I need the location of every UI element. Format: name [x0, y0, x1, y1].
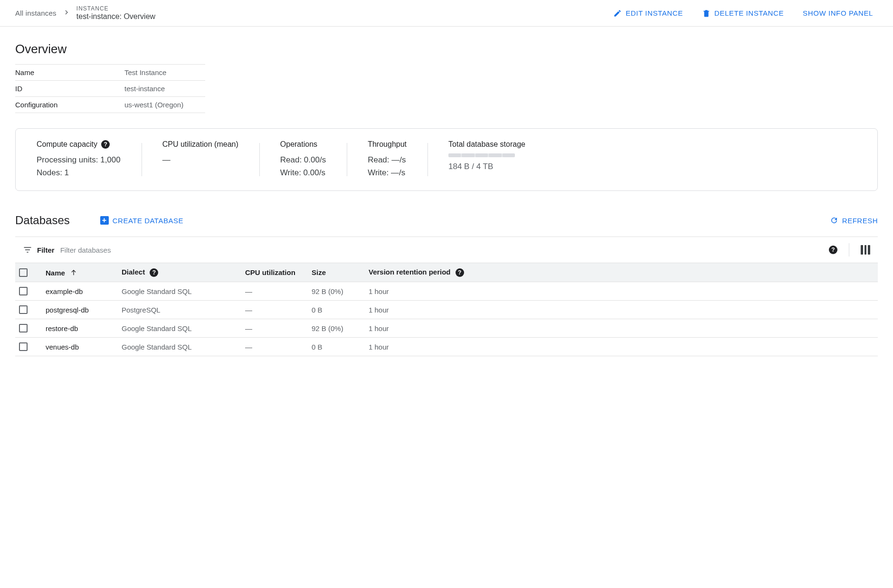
db-name[interactable]: example-db [42, 282, 118, 301]
db-cpu: — [241, 319, 308, 338]
stat-compute-capacity: Compute capacity ? Processing units: 1,0… [16, 140, 142, 179]
overview-id-label: ID [15, 81, 124, 97]
stat-thr-title: Throughput [368, 140, 407, 149]
db-dialect: PostgreSQL [118, 301, 241, 319]
col-name[interactable]: Name [42, 263, 118, 282]
edit-instance-label: EDIT INSTANCE [626, 9, 683, 17]
refresh-icon [830, 216, 838, 225]
top-bar: All instances INSTANCE test-instance: Ov… [0, 0, 893, 27]
stat-ops-read: Read: 0.00/s [280, 153, 326, 166]
db-name[interactable]: restore-db [42, 319, 118, 338]
stat-nodes: Nodes: 1 [37, 166, 121, 179]
db-name[interactable]: postgresql-db [42, 301, 118, 319]
storage-bar [448, 153, 515, 157]
separator [849, 243, 849, 256]
column-picker-icon[interactable] [861, 245, 870, 255]
databases-header: Databases + CREATE DATABASE REFRESH [15, 214, 878, 227]
db-dialect: Google Standard SQL [118, 282, 241, 301]
breadcrumb-current: INSTANCE test-instance: Overview [76, 5, 155, 21]
help-icon[interactable]: ? [101, 140, 110, 149]
db-dialect: Google Standard SQL [118, 319, 241, 338]
delete-instance-label: DELETE INSTANCE [714, 9, 784, 17]
refresh-label: REFRESH [842, 217, 878, 225]
stat-cpu-value: — [162, 155, 171, 164]
table-row[interactable]: restore-dbGoogle Standard SQL—92 B (0%)1… [15, 319, 878, 338]
create-database-label: CREATE DATABASE [113, 217, 183, 225]
col-cpu[interactable]: CPU utilization [241, 263, 308, 282]
filter-bar: Filter ? [15, 237, 878, 263]
filter-input[interactable] [59, 246, 202, 255]
breadcrumb-eyebrow: INSTANCE [76, 5, 155, 12]
page-title: Overview [15, 42, 878, 57]
databases-table: Name Dialect ? CPU utilization Size Vers… [15, 263, 878, 356]
row-checkbox[interactable] [19, 305, 28, 314]
col-retention[interactable]: Version retention period ? [365, 263, 878, 282]
delete-instance-button[interactable]: DELETE INSTANCE [697, 5, 788, 21]
stat-cpu-utilization: CPU utilization (mean) — [142, 140, 259, 179]
db-size: 92 B (0%) [308, 282, 365, 301]
trash-icon [702, 9, 711, 18]
overview-config-value: us-west1 (Oregon) [124, 97, 205, 113]
db-name[interactable]: venues-db [42, 338, 118, 356]
db-retention: 1 hour [365, 301, 878, 319]
db-retention: 1 hour [365, 319, 878, 338]
db-cpu: — [241, 338, 308, 356]
db-size: 0 B [308, 301, 365, 319]
show-info-panel-label: SHOW INFO PANEL [803, 9, 873, 17]
stat-storage-title: Total database storage [448, 140, 525, 149]
col-size-label: Size [312, 268, 326, 276]
page-content: Overview Name Test Instance ID test-inst… [0, 27, 893, 375]
overview-name-value: Test Instance [124, 65, 205, 81]
stat-processing-units: Processing units: 1,000 [37, 153, 121, 166]
col-retention-label: Version retention period [369, 268, 451, 276]
table-row[interactable]: postgresql-dbPostgreSQL—0 B1 hour [15, 301, 878, 319]
stat-storage: Total database storage 184 B / 4 TB [428, 140, 877, 179]
show-info-panel-button[interactable]: SHOW INFO PANEL [798, 5, 878, 21]
db-dialect: Google Standard SQL [118, 338, 241, 356]
stat-storage-value: 184 B / 4 TB [448, 160, 856, 173]
stat-thr-read: Read: —/s [368, 153, 407, 166]
db-size: 92 B (0%) [308, 319, 365, 338]
table-row[interactable]: venues-dbGoogle Standard SQL—0 B1 hour [15, 338, 878, 356]
db-retention: 1 hour [365, 338, 878, 356]
table-row[interactable]: example-dbGoogle Standard SQL—92 B (0%)1… [15, 282, 878, 301]
databases-heading: Databases [15, 214, 70, 227]
col-cpu-label: CPU utilization [245, 268, 295, 276]
db-cpu: — [241, 282, 308, 301]
stat-ops-write: Write: 0.00/s [280, 166, 326, 179]
db-retention: 1 hour [365, 282, 878, 301]
refresh-button[interactable]: REFRESH [830, 216, 878, 225]
stat-ops-title: Operations [280, 140, 317, 149]
filter-label: Filter [37, 246, 55, 254]
overview-name-label: Name [15, 65, 124, 81]
row-checkbox[interactable] [19, 342, 28, 351]
stat-thr-write: Write: —/s [368, 166, 407, 179]
breadcrumb-title: test-instance: Overview [76, 12, 155, 21]
stat-operations: Operations Read: 0.00/s Write: 0.00/s [259, 140, 347, 179]
stat-cpu-title: CPU utilization (mean) [162, 140, 238, 149]
breadcrumb-root[interactable]: All instances [15, 9, 57, 17]
row-checkbox[interactable] [19, 287, 28, 295]
help-icon[interactable]: ? [150, 268, 158, 277]
col-dialect[interactable]: Dialect ? [118, 263, 241, 282]
help-icon[interactable]: ? [829, 246, 837, 254]
stat-throughput: Throughput Read: —/s Write: —/s [347, 140, 428, 179]
select-all-checkbox[interactable] [19, 268, 28, 277]
col-size[interactable]: Size [308, 263, 365, 282]
filter-icon [23, 245, 32, 255]
db-size: 0 B [308, 338, 365, 356]
sort-asc-icon [70, 269, 77, 278]
col-name-label: Name [46, 269, 65, 277]
plus-icon: + [100, 216, 109, 225]
overview-table: Name Test Instance ID test-instance Conf… [15, 64, 205, 113]
row-checkbox[interactable] [19, 324, 28, 332]
edit-instance-button[interactable]: EDIT INSTANCE [608, 5, 688, 21]
col-dialect-label: Dialect [122, 268, 145, 276]
stat-compute-title: Compute capacity [37, 140, 97, 149]
stats-card: Compute capacity ? Processing units: 1,0… [15, 128, 878, 191]
db-cpu: — [241, 301, 308, 319]
chevron-right-icon [57, 8, 76, 18]
help-icon[interactable]: ? [456, 268, 464, 277]
overview-config-label: Configuration [15, 97, 124, 113]
create-database-button[interactable]: + CREATE DATABASE [100, 216, 183, 225]
